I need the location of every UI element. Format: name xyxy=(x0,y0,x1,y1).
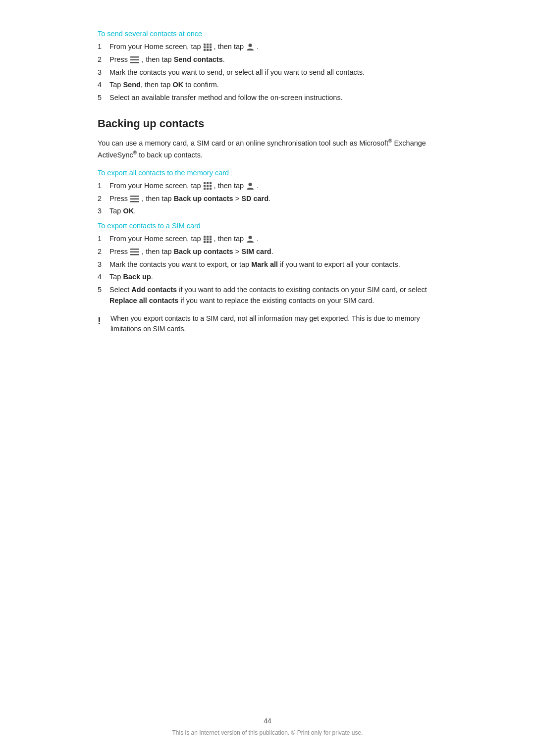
svg-rect-2 xyxy=(210,44,212,46)
export-mc-text-3: Tap OK. xyxy=(109,206,437,217)
person-icon-3 xyxy=(246,235,254,243)
step-1: 1 From your Home screen, tap , t xyxy=(98,42,437,52)
export-sim-text-5: Select Add contacts if you want to add t… xyxy=(109,285,437,306)
export-mc-text-1: From your Home screen, tap , then tap xyxy=(109,181,437,192)
svg-rect-6 xyxy=(204,49,206,51)
svg-rect-8 xyxy=(210,49,212,51)
person-icon-2 xyxy=(246,182,254,190)
export-sim-text-4: Tap Back up. xyxy=(109,272,437,283)
svg-point-22 xyxy=(249,183,252,186)
svg-rect-21 xyxy=(210,188,212,190)
svg-rect-13 xyxy=(204,182,206,184)
export-sim-num-5: 5 xyxy=(98,285,109,296)
svg-rect-26 xyxy=(204,236,206,238)
export-sim-num-1: 1 xyxy=(98,234,109,245)
step-num-3: 3 xyxy=(98,67,109,78)
export-memory-card-steps: 1 From your Home screen, tap , t xyxy=(98,181,437,217)
person-icon xyxy=(246,43,254,51)
export-sim-step-4: 4 Tap Back up. xyxy=(98,272,437,283)
svg-rect-30 xyxy=(207,238,209,240)
step-text-3: Mark the contacts you want to send, or s… xyxy=(109,67,437,78)
svg-rect-4 xyxy=(207,46,209,48)
send-contacts-heading: To send several contacts at once xyxy=(98,30,437,38)
step-5: 5 Select an available transfer method an… xyxy=(98,93,437,103)
menu-icon-3 xyxy=(130,249,139,255)
step-text-2: Press , then tap Send contacts. xyxy=(109,54,437,65)
apps-icon-2 xyxy=(204,182,212,190)
svg-point-9 xyxy=(249,44,252,47)
svg-rect-25 xyxy=(130,201,139,202)
export-sim-text-1: From your Home screen, tap , then tap xyxy=(109,234,437,245)
svg-rect-36 xyxy=(130,249,139,250)
step-num-2: 2 xyxy=(98,54,109,65)
export-sim-num-4: 4 xyxy=(98,272,109,283)
svg-rect-19 xyxy=(204,188,206,190)
svg-rect-28 xyxy=(210,236,212,238)
svg-rect-5 xyxy=(210,46,212,48)
page-footer: 44 This is an Internet version of this p… xyxy=(0,717,535,736)
note-block: ! When you export contacts to a SIM card… xyxy=(98,313,437,335)
export-mc-text-2: Press , then tap Back up contacts > SD c… xyxy=(109,194,437,204)
step-num-5: 5 xyxy=(98,93,109,103)
export-sim-num-2: 2 xyxy=(98,247,109,257)
export-sim-steps: 1 From your Home screen, tap , t xyxy=(98,234,437,306)
send-contacts-bold: Send contacts xyxy=(174,55,223,63)
svg-rect-23 xyxy=(130,196,139,197)
step-4: 4 Tap Send, then tap OK to confirm. xyxy=(98,80,437,91)
svg-point-35 xyxy=(249,236,252,239)
export-mc-num-2: 2 xyxy=(98,194,109,204)
export-sim-step-1: 1 From your Home screen, tap , t xyxy=(98,234,437,245)
export-sim-text-3: Mark the contacts you want to export, or… xyxy=(109,259,437,270)
send-contacts-section: To send several contacts at once 1 From … xyxy=(98,30,437,103)
svg-rect-29 xyxy=(204,238,206,240)
menu-icon xyxy=(130,56,139,63)
svg-rect-31 xyxy=(210,238,212,240)
svg-rect-34 xyxy=(210,241,212,243)
note-exclamation-icon: ! xyxy=(98,313,106,329)
step-text-1: From your Home screen, tap , then tap xyxy=(109,42,437,52)
step-num-4: 4 xyxy=(98,80,109,91)
menu-icon-2 xyxy=(130,196,139,202)
step-num-1: 1 xyxy=(98,42,109,52)
export-sim-step-2: 2 Press , then tap Back up contacts > SI… xyxy=(98,247,437,257)
svg-rect-16 xyxy=(204,185,206,187)
note-text: When you export contacts to a SIM card, … xyxy=(110,313,437,335)
export-mc-num-3: 3 xyxy=(98,206,109,217)
svg-rect-15 xyxy=(210,182,212,184)
export-mc-step-3: 3 Tap OK. xyxy=(98,206,437,217)
svg-rect-0 xyxy=(204,44,206,46)
svg-rect-32 xyxy=(204,241,206,243)
apps-icon-3 xyxy=(204,236,212,243)
svg-rect-14 xyxy=(207,182,209,184)
export-mc-step-1: 1 From your Home screen, tap , t xyxy=(98,181,437,192)
export-sim-step-5: 5 Select Add contacts if you want to add… xyxy=(98,285,437,306)
step-text-5: Select an available transfer method and … xyxy=(109,93,437,103)
svg-rect-18 xyxy=(210,185,212,187)
export-sim-text-2: Press , then tap Back up contacts > SIM … xyxy=(109,247,437,257)
svg-rect-20 xyxy=(207,188,209,190)
svg-rect-3 xyxy=(204,46,206,48)
export-memory-card-heading: To export all contacts to the memory car… xyxy=(98,169,437,177)
svg-rect-1 xyxy=(207,44,209,46)
intro-text: You can use a memory card, a SIM card or… xyxy=(98,137,437,161)
svg-rect-10 xyxy=(130,56,139,58)
footer-note: This is an Internet version of this publ… xyxy=(172,729,363,736)
svg-rect-11 xyxy=(130,59,139,60)
svg-rect-38 xyxy=(130,254,139,255)
step-2: 2 Press , then tap Send contacts. xyxy=(98,54,437,65)
svg-rect-17 xyxy=(207,185,209,187)
export-sim-step-3: 3 Mark the contacts you want to export, … xyxy=(98,259,437,270)
svg-rect-12 xyxy=(130,62,139,63)
export-mc-step-2: 2 Press , then tap Back up contacts > SD… xyxy=(98,194,437,204)
send-contacts-steps: 1 From your Home screen, tap , t xyxy=(98,42,437,103)
step-text-4: Tap Send, then tap OK to confirm. xyxy=(109,80,437,91)
svg-rect-37 xyxy=(130,251,139,252)
export-sim-section: To export contacts to a SIM card 1 From … xyxy=(98,222,437,335)
svg-rect-7 xyxy=(207,49,209,51)
export-sim-num-3: 3 xyxy=(98,259,109,270)
export-memory-card-section: To export all contacts to the memory car… xyxy=(98,169,437,217)
svg-rect-27 xyxy=(207,236,209,238)
page-container: To send several contacts at once 1 From … xyxy=(0,0,535,756)
apps-icon xyxy=(204,44,212,51)
step-3: 3 Mark the contacts you want to send, or… xyxy=(98,67,437,78)
